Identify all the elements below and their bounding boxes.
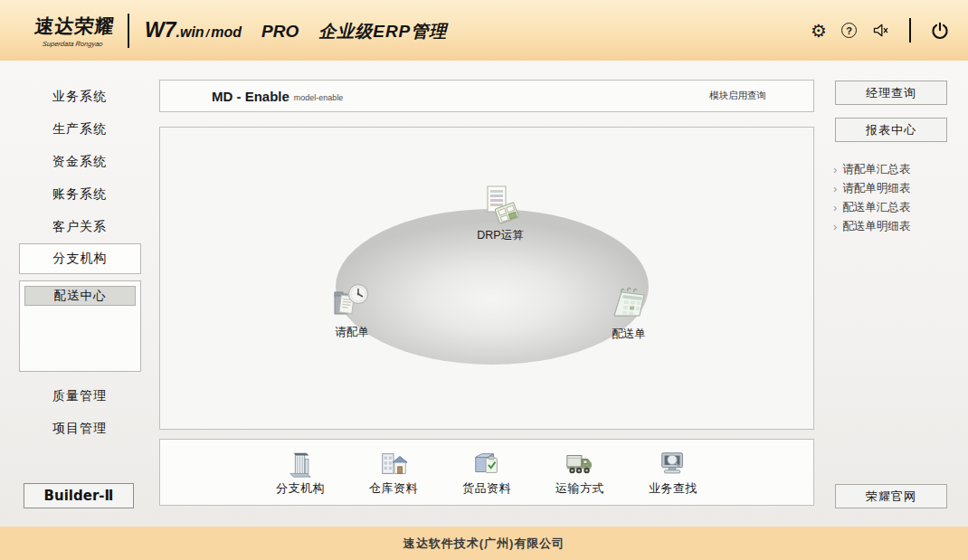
speaker-glyph [871, 21, 890, 40]
product-separator: / [206, 26, 210, 40]
header-bar: 速达荣耀 Superdata Rongyao W7 .win / mod PRO… [0, 0, 968, 61]
transport-truck-icon [565, 449, 595, 479]
module-header-panel: MD - Enable model-enable 模块启用查询 [159, 80, 814, 112]
report-link-label: 配送单明细表 [842, 219, 910, 234]
report-link-request-detail[interactable]: › 请配单明细表 [833, 179, 964, 198]
toolbar-label-goods-data: 货品资料 [462, 480, 511, 497]
chevron-right-icon: › [833, 201, 837, 214]
sidebar-item-branch-office-active[interactable]: 分支机构 [19, 243, 141, 274]
header-icon-group: ⚙ ? [811, 18, 968, 43]
brand-logo: 速达荣耀 Superdata Rongyao [33, 14, 117, 48]
toolbar-item-business-search[interactable]: 业务查找 [637, 449, 709, 497]
power-divider [909, 18, 911, 43]
sidebar-subitem-distribution-center[interactable]: 配送中心 [24, 286, 136, 306]
business-search-monitor-icon [658, 449, 688, 479]
module-enable-query-link[interactable]: 模块启用查询 [709, 90, 766, 102]
report-link-request-summary[interactable]: › 请配单汇总表 [833, 160, 964, 179]
sound-icon[interactable] [871, 21, 890, 40]
toolbar-item-transport-mode[interactable]: 运输方式 [544, 449, 616, 497]
report-link-delivery-summary[interactable]: › 配送单汇总表 [833, 198, 964, 217]
sidebar-item-project-management[interactable]: 项目管理 [0, 421, 159, 437]
report-link-list: › 请配单汇总表 › 请配单明细表 › 配送单汇总表 › 配送单明细表 [833, 160, 964, 236]
footer-bar: 速达软件技术(广州)有限公司 [0, 527, 968, 560]
help-icon[interactable]: ? [841, 23, 857, 38]
power-icon[interactable] [930, 21, 950, 41]
chevron-right-icon: › [833, 163, 837, 176]
product-edition: PRO [261, 22, 299, 42]
toolbar-label-transport-mode: 运输方式 [555, 480, 604, 497]
chevron-right-icon: › [833, 182, 837, 195]
sidebar-item-quality-management[interactable]: 质量管理 [0, 388, 159, 404]
company-name: 速达软件技术(广州)有限公司 [403, 536, 565, 552]
brand-logo-subtitle: Superdata Rongyao [33, 40, 113, 48]
product-variant: mod [211, 24, 242, 41]
node-delivery-order[interactable]: 配送单 [574, 283, 683, 342]
sidebar-item-business-system[interactable]: 业务系统 [0, 89, 159, 105]
chevron-right-icon: › [833, 220, 837, 233]
report-link-label: 配送单汇总表 [842, 200, 910, 215]
node-label-request-order: 请配单 [335, 325, 369, 340]
drp-calculator-icon [479, 185, 521, 226]
desk-calendar-icon [608, 283, 650, 325]
bottom-toolbar: 分支机构 仓库资料 货品资料 [159, 439, 814, 506]
sidebar-submenu-panel: 配送中心 [19, 280, 141, 372]
report-link-delivery-detail[interactable]: › 配送单明细表 [833, 217, 964, 236]
module-subtitle: model-enable [294, 93, 344, 102]
goods-box-checklist-icon [471, 449, 502, 479]
right-sidebar: 经理查询 报表中心 › 请配单汇总表 › 请配单明细表 › 配送单汇总表 › 配… [814, 61, 968, 527]
documents-clock-icon [331, 281, 373, 323]
help-glyph: ? [846, 25, 852, 36]
report-link-label: 请配单汇总表 [842, 162, 910, 177]
settings-icon[interactable]: ⚙ [811, 22, 827, 40]
power-glyph [930, 21, 950, 41]
toolbar-item-warehouse-data[interactable]: 仓库资料 [357, 449, 430, 497]
report-link-label: 请配单明细表 [842, 181, 910, 196]
node-label-delivery-order: 配送单 [612, 327, 646, 342]
toolbar-label-branch-office: 分支机构 [276, 480, 325, 497]
toolbar-item-goods-data[interactable]: 货品资料 [451, 449, 523, 497]
manager-query-button[interactable]: 经理查询 [835, 81, 947, 105]
sidebar-item-accounting-system[interactable]: 账务系统 [0, 186, 159, 203]
product-tagline: 企业级ERP管理 [318, 20, 447, 43]
node-request-order[interactable]: 请配单 [298, 281, 406, 340]
workflow-canvas: DRP运算 请配单 [159, 127, 814, 430]
sidebar-item-customer-relations[interactable]: 客户关系 [0, 219, 159, 235]
sidebar-item-production-system[interactable]: 生产系统 [0, 121, 159, 138]
toolbar-item-branch-office[interactable]: 分支机构 [264, 449, 337, 497]
toolbar-label-warehouse-data: 仓库资料 [369, 480, 418, 497]
left-sidebar: 业务系统 生产系统 资金系统 账务系统 客户关系 分支机构 配送中心 质量管理 … [0, 61, 159, 527]
sidebar-item-capital-system[interactable]: 资金系统 [0, 154, 159, 170]
builder-button[interactable]: Builder-Ⅱ [24, 483, 134, 508]
product-name: W7 [145, 18, 176, 43]
module-title: MD - Enable [212, 89, 289, 104]
product-suffix: .win [176, 24, 204, 41]
warehouse-house-icon [378, 449, 409, 479]
node-label-drp: DRP运算 [477, 228, 523, 243]
header-divider [128, 14, 129, 48]
product-title: W7 .win / mod PRO 企业级ERP管理 [145, 18, 447, 43]
erp-application-window: 速达荣耀 Superdata Rongyao W7 .win / mod PRO… [0, 0, 968, 560]
branch-building-icon [285, 449, 316, 479]
node-drp-calculation[interactable]: DRP运算 [446, 185, 555, 243]
official-site-button[interactable]: 荣耀官网 [835, 484, 947, 508]
brand-logo-title: 速达荣耀 [33, 14, 116, 39]
report-center-button[interactable]: 报表中心 [835, 118, 947, 142]
toolbar-label-business-search: 业务查找 [649, 480, 698, 497]
